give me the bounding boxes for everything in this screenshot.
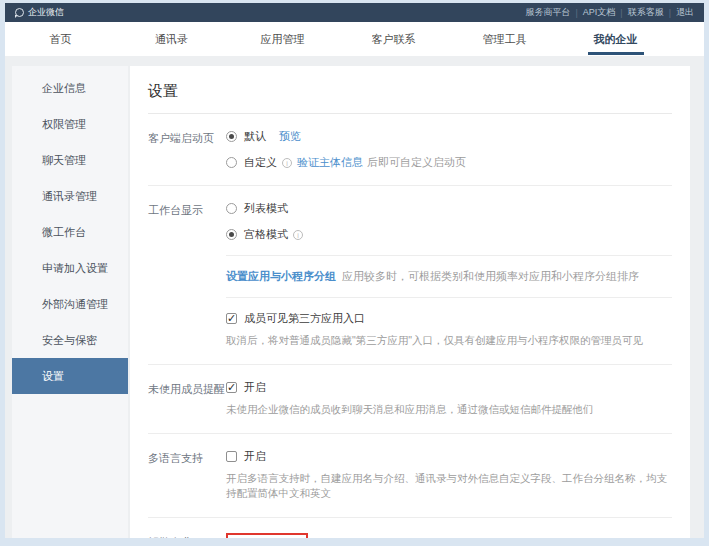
radio-custom[interactable] [226,157,237,168]
link-contact-support[interactable]: 联系客服 [628,6,664,19]
radio-default[interactable] [226,131,237,142]
link-service-provider[interactable]: 服务商平台 [525,6,570,19]
sidebar-item-contacts-management[interactable]: 通讯录管理 [12,178,128,214]
checkbox-multilanguage[interactable] [226,451,237,462]
verify-identity-link[interactable]: 验证主体信息 [297,155,363,170]
divider: | [669,8,671,18]
radio-custom-label: 自定义 [244,155,277,170]
app-grouping-link[interactable]: 设置应用与小程序分组 [226,269,336,284]
section-label: 未使用成员提醒 [148,380,226,418]
section-label: 解散企业 [148,533,226,538]
tab-contacts[interactable]: 通讯录 [116,22,227,56]
tab-management-tools[interactable]: 管理工具 [449,22,560,56]
checkbox-third-party-visible[interactable] [226,313,237,324]
multilanguage-note: 开启多语言支持时，自建应用名与介绍、通讯录与对外信息自定义字段、工作台分组名称，… [226,471,672,503]
preview-link[interactable]: 预览 [279,129,301,144]
sidebar-item-chat-management[interactable]: 聊天管理 [12,142,128,178]
info-icon: i [293,230,303,240]
link-logout[interactable]: 退出 [676,6,694,19]
sidebar-item-permission-management[interactable]: 权限管理 [12,106,128,142]
sidebar-item-settings[interactable]: 设置 [12,358,128,394]
section-label: 工作台显示 [148,201,226,349]
tab-customer-relations[interactable]: 客户联系 [338,22,449,56]
page-body: 企业信息 权限管理 聊天管理 通讯录管理 微工作台 申请加入设置 外部沟通管理 … [5,56,704,538]
radio-default-label: 默认 [244,129,266,144]
sidebar-item-micro-workbench[interactable]: 微工作台 [12,214,128,250]
radio-list-mode-label: 列表模式 [244,201,288,216]
sidebar-item-security[interactable]: 安全与保密 [12,322,128,358]
radio-grid-mode-label: 宫格模式 [244,227,288,242]
section-label: 客户端启动页 [148,129,226,170]
checkbox-third-party-label: 成员可见第三方应用入口 [244,311,365,326]
divider: | [575,8,577,18]
section-launch-page: 客户端启动页 默认 预览 自定义 i 验证主体信息 后即可自定义启动页 [148,114,672,186]
tab-my-company[interactable]: 我的企业 [560,22,671,56]
sidebar-item-company-info[interactable]: 企业信息 [12,70,128,106]
divider: | [620,8,622,18]
chat-bubble-icon [15,8,24,17]
tab-app-management[interactable]: 应用管理 [227,22,338,56]
settings-sidebar: 企业信息 权限管理 聊天管理 通讯录管理 微工作台 申请加入设置 外部沟通管理 … [12,66,128,538]
brand[interactable]: 企业微信 [15,6,64,19]
page-title: 设置 [148,78,672,114]
radio-grid-mode[interactable] [226,229,237,240]
section-dismiss-company: 解散企业 解散企业 解散后，企业内的所有消息记录和企业通讯录都会删除，成员将无法… [148,518,672,538]
divider [226,297,672,298]
info-icon: i [282,158,292,168]
section-workbench-display: 工作台显示 列表模式 宫格模式 i 设置应用与小程序分组 应用较多时，可根 [148,186,672,365]
unused-reminder-note: 未使用企业微信的成员收到聊天消息和应用消息，通过微信或短信邮件提醒他们 [226,402,672,418]
app-grouping-note: 应用较多时，可根据类别和使用频率对应用和小程序分组排序 [342,269,639,284]
tab-home[interactable]: 首页 [5,22,116,56]
wework-admin-window: 企业微信 服务商平台 | API文档 | 联系客服 | 退出 首页 通讯录 应用… [5,3,704,538]
annotation-highlight-box: 解散企业 [226,533,308,538]
checkbox-unused-reminder-label: 开启 [244,380,266,395]
radio-list-mode[interactable] [226,203,237,214]
topbar: 企业微信 服务商平台 | API文档 | 联系客服 | 退出 [5,3,704,22]
checkbox-unused-reminder[interactable] [226,382,237,393]
sidebar-item-join-settings[interactable]: 申请加入设置 [12,250,128,286]
section-unused-member-reminder: 未使用成员提醒 开启 未使用企业微信的成员收到聊天消息和应用消息，通过微信或短信… [148,365,672,434]
section-label: 多语言支持 [148,449,226,503]
settings-card: 设置 客户端启动页 默认 预览 自定义 i 验证主体信息 后即可自定义启动 [130,66,690,538]
verify-suffix-text: 后即可自定义启动页 [367,155,466,170]
topbar-links: 服务商平台 | API文档 | 联系客服 | 退出 [525,6,694,19]
link-api-docs[interactable]: API文档 [583,6,616,19]
brand-name: 企业微信 [28,6,64,19]
sidebar-item-external-communication[interactable]: 外部沟通管理 [12,286,128,322]
main-nav: 首页 通讯录 应用管理 客户联系 管理工具 我的企业 [5,22,704,56]
section-multilanguage: 多语言支持 开启 开启多语言支持时，自建应用名与介绍、通讯录与对外信息自定义字段… [148,434,672,519]
third-party-note: 取消后，将对普通成员隐藏"第三方应用"入口，仅具有创建应用与小程序权限的管理员可… [226,333,672,349]
checkbox-multilanguage-label: 开启 [244,449,266,464]
divider [226,255,672,256]
